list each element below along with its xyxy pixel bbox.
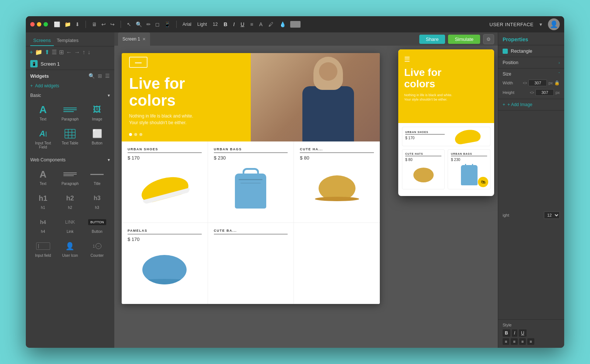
tab-close-icon[interactable]: ✕ — [142, 37, 146, 42]
open-icon[interactable]: 📁 — [63, 21, 72, 28]
search-widgets-icon[interactable]: 🔍 — [88, 73, 95, 79]
font-family-selector[interactable]: Arial — [181, 21, 193, 28]
align-left-button[interactable]: ≡ — [503, 338, 509, 345]
grid-widgets-icon[interactable]: ⊞ — [98, 73, 102, 79]
wc-paragraph-label: Paragraph — [62, 182, 79, 186]
wc-h1[interactable]: h1 h1 — [30, 189, 56, 212]
size-section-header[interactable]: Size ˇ — [503, 71, 560, 77]
select-icon[interactable]: ↖ — [125, 21, 133, 28]
device-icon[interactable]: 📱 — [163, 21, 172, 28]
widget-input-text-field[interactable]: A| Input Text Field — [30, 125, 56, 151]
rect-color-icon — [503, 49, 508, 54]
tab-templates[interactable]: Templates — [54, 35, 81, 46]
ui-dropdown-icon[interactable]: ▾ — [538, 21, 544, 28]
move-down-icon[interactable]: ↓ — [87, 49, 90, 56]
next-screen-icon[interactable]: → — [74, 49, 80, 56]
folder-icon[interactable]: 📁 — [35, 49, 42, 56]
wc-h4[interactable]: h4 h4 — [30, 213, 56, 236]
wc-user-icon[interactable]: 👤 User Icon — [57, 237, 83, 260]
move-up-icon[interactable]: ↑ — [82, 49, 85, 56]
wc-text[interactable]: A Text — [30, 165, 56, 188]
wc-input-field[interactable]: Input field — [30, 237, 56, 260]
wc-h3[interactable]: h3 h3 — [84, 189, 110, 212]
grid-view-icon[interactable]: ⊞ — [59, 49, 64, 56]
bold-icon[interactable]: B — [222, 21, 229, 28]
width-input[interactable] — [528, 80, 547, 86]
widget-text-table[interactable]: Text Table — [57, 125, 83, 151]
hero-title: Live forcolors — [129, 75, 193, 109]
category-web-components-header[interactable]: Web Components ▾ — [30, 157, 110, 163]
italic-icon[interactable]: I — [232, 21, 236, 28]
position-section-header[interactable]: Position › — [503, 60, 560, 65]
color-swatch-icon[interactable] — [290, 21, 301, 28]
hero-subtitle: Nothing in life is black and white.Your … — [129, 113, 193, 126]
product-label-bags: URBAN BAGS — [214, 147, 288, 153]
mobile-urban-shoes-card: URBAN SHOES $ 170 — [402, 127, 490, 146]
screen-icon[interactable]: 🖥 — [90, 21, 98, 28]
pen-icon[interactable]: 🖊 — [267, 21, 275, 28]
widget-paragraph[interactable]: Paragraph — [57, 101, 83, 123]
align-justify-button[interactable]: ≡ — [527, 338, 534, 345]
new-file-icon[interactable]: ⬜ — [52, 21, 62, 28]
tab-screens[interactable]: Screens — [30, 35, 54, 46]
width-lock-icon[interactable]: 🔒 — [554, 80, 560, 85]
position-section: Position › — [498, 57, 564, 69]
share-button[interactable]: Share — [419, 35, 445, 44]
wc-link-label: Link — [67, 230, 73, 234]
font-size-dropdown[interactable]: 12 14 16 — [544, 211, 560, 219]
product-price-hats: $ 80 — [300, 155, 374, 161]
category-basic-label: Basic — [30, 93, 41, 98]
align-icon[interactable]: ≡ — [249, 21, 255, 28]
wc-button[interactable]: BUTTON Button — [84, 213, 110, 236]
width-row: Width <> px 🔒 — [503, 80, 560, 86]
screen-item[interactable]: 📱 Screen 1 — [26, 58, 114, 70]
add-widgets-btn[interactable]: + Add widgets — [26, 82, 114, 90]
wc-link[interactable]: LINK Link — [57, 213, 83, 236]
underline-icon[interactable]: U — [239, 21, 246, 28]
minimize-button[interactable] — [37, 22, 41, 27]
draw-icon[interactable]: ✏ — [145, 21, 152, 28]
align-center-button[interactable]: ≡ — [511, 338, 517, 345]
user-avatar[interactable]: 👤 — [548, 18, 560, 30]
list-widgets-icon[interactable]: ☰ — [105, 73, 110, 79]
widget-image[interactable]: 🖼 Image — [84, 101, 110, 123]
wc-text-label: Text — [39, 182, 46, 186]
settings-button[interactable]: ⚙ — [483, 34, 494, 44]
height-input[interactable] — [535, 89, 554, 96]
mobile-price-hats: $ 80 — [405, 158, 441, 162]
maximize-button[interactable] — [44, 22, 48, 27]
redo-icon[interactable]: ↪ — [109, 21, 116, 28]
wc-input-label: Input field — [35, 253, 51, 258]
title-bar: ⬜ 📁 ⬇ 🖥 ↩ ↪ ↖ 🔍 ✏ ◻ 📱 Arial Light 12 — [26, 16, 564, 32]
category-web-components: Web Components ▾ A Text — [26, 154, 114, 263]
italic-style-button[interactable]: I — [512, 329, 517, 337]
font-size-input[interactable]: 12 — [211, 21, 219, 28]
wc-counter[interactable]: 1 – Counter — [84, 237, 110, 260]
wc-h2[interactable]: h2 h2 — [57, 189, 83, 212]
search-icon[interactable]: 🔍 — [134, 21, 143, 28]
font-weight-selector[interactable]: Light — [196, 21, 208, 28]
color-drop-icon[interactable]: 💧 — [278, 21, 287, 28]
list-view-icon[interactable]: ☰ — [52, 49, 57, 56]
category-basic-header[interactable]: Basic ▾ — [30, 92, 110, 99]
add-image-btn[interactable]: + + Add Image — [498, 99, 564, 110]
bold-style-button[interactable]: B — [503, 329, 510, 337]
canvas-tab-screen1[interactable]: Screen 1 ✕ — [118, 32, 150, 46]
widget-text[interactable]: A Text — [30, 101, 56, 123]
shape-icon[interactable]: ◻ — [154, 21, 161, 28]
simulate-button[interactable]: Simulate — [448, 35, 480, 44]
align-right-button[interactable]: ≡ — [519, 338, 526, 345]
save-icon[interactable]: ⬇ — [74, 21, 81, 28]
hero-logo: ▬▬ — [129, 57, 148, 68]
import-icon[interactable]: ⬆ — [45, 49, 49, 56]
widget-button[interactable]: ⬜ Button — [84, 125, 110, 151]
add-screen-icon[interactable]: + — [30, 49, 33, 56]
wc-paragraph[interactable]: Paragraph — [57, 165, 83, 188]
text-color-icon[interactable]: A — [258, 21, 264, 28]
undo-icon[interactable]: ↩ — [100, 21, 107, 28]
cart-bubble-icon[interactable]: 🛍 — [478, 177, 488, 187]
close-button[interactable] — [30, 22, 35, 27]
wc-title[interactable]: Title — [84, 165, 110, 188]
underline-style-button[interactable]: U — [519, 329, 527, 337]
prev-screen-icon[interactable]: ← — [66, 49, 72, 56]
